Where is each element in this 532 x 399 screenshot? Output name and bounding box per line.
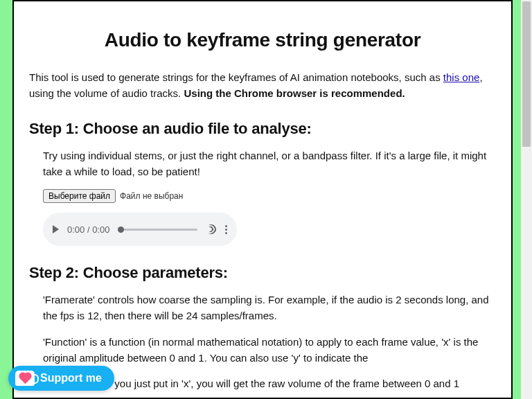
- file-input-row: Выберите файлФайл не выбран: [43, 189, 496, 203]
- step2-p2: 'Function' is a function (in normal math…: [43, 334, 496, 366]
- step1-heading: Step 1: Choose an audio file to analyse:: [29, 120, 496, 138]
- intro-bold: Using the Chrome browser is recommended.: [184, 87, 405, 99]
- scrollbar[interactable]: [521, 0, 532, 399]
- step1-tip: Try using individual stems, or just the …: [43, 148, 496, 180]
- scroll-thumb[interactable]: [522, 1, 531, 147]
- audio-player[interactable]: 0:00 / 0:00: [43, 213, 237, 246]
- heart-icon: [19, 373, 30, 384]
- coffee-cup-icon: [15, 371, 35, 386]
- support-label: Support me: [40, 372, 102, 384]
- page-title: Audio to keyframe string generator: [29, 29, 496, 51]
- step2-heading: Step 2: Choose parameters:: [29, 264, 496, 282]
- play-icon[interactable]: [53, 225, 59, 233]
- volume-icon[interactable]: [206, 224, 217, 235]
- support-me-button[interactable]: Support me: [8, 366, 114, 391]
- intro-paragraph: This tool is used to generate strings fo…: [29, 69, 496, 102]
- intro-text-a: This tool is used to generate strings fo…: [29, 71, 443, 83]
- audio-time: 0:00 / 0:00: [67, 224, 109, 235]
- step2-p1: 'Framerate' controls how coarse the samp…: [43, 292, 496, 324]
- more-icon[interactable]: [225, 225, 227, 234]
- example-link[interactable]: this one: [443, 71, 480, 83]
- document-page: Audio to keyframe string generator This …: [12, 0, 513, 399]
- file-status-text: Файл не выбран: [120, 191, 183, 201]
- choose-file-button[interactable]: Выберите файл: [43, 189, 116, 203]
- seek-slider[interactable]: [118, 229, 197, 231]
